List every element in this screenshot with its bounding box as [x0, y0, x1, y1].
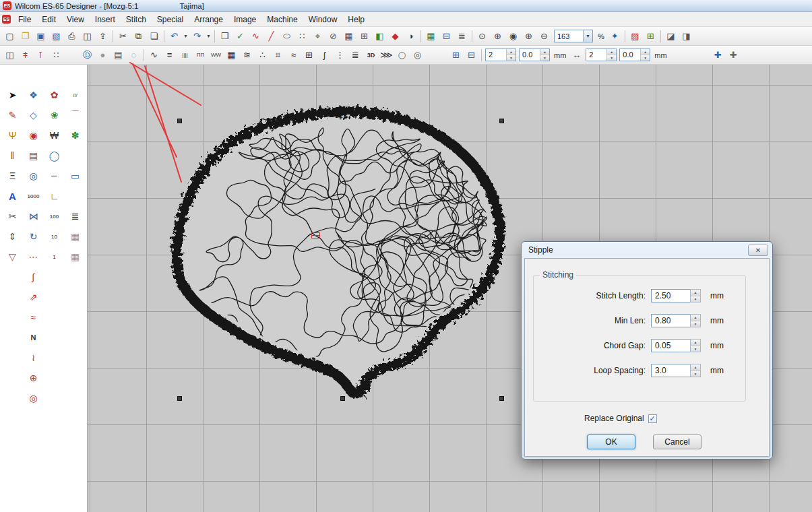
menu-item[interactable]: Image	[228, 13, 261, 26]
n-polyline-icon[interactable]: N	[25, 329, 42, 346]
texture-block2-icon[interactable]: ▦	[67, 249, 84, 265]
parallel-column-icon[interactable]: ‖	[4, 148, 21, 164]
petal-motif-icon[interactable]: ✽	[67, 127, 84, 144]
grid-major-value[interactable]: 2	[486, 49, 506, 61]
open-design-icon[interactable]: ❐	[18, 29, 33, 44]
insert-design-icon[interactable]: ❒	[217, 29, 232, 44]
print-preview-icon[interactable]: ◫	[80, 29, 95, 44]
zigzag-object-icon[interactable]: ∿	[248, 29, 263, 44]
lattice-fill-icon[interactable]: ⊞	[301, 48, 317, 63]
texture-block-icon[interactable]: ▦	[67, 228, 84, 245]
travel-10-icon[interactable]: 10	[46, 228, 63, 245]
zoom-box-icon[interactable]: ⊕	[490, 29, 505, 44]
ok-button[interactable]: OK	[587, 435, 635, 449]
arc-tool-icon[interactable]: ⌒	[67, 107, 84, 124]
zoom-input[interactable]: 163	[555, 32, 583, 40]
cut-icon[interactable]: ✂	[115, 29, 131, 44]
ellipse-tool-icon[interactable]: ◯	[46, 148, 63, 164]
menu-item[interactable]: Arrange	[189, 13, 228, 26]
redo-dropdown-icon[interactable]: ▾	[205, 29, 212, 44]
field-input[interactable]: 0.05	[651, 339, 690, 352]
freehand-draw-icon[interactable]: ✎	[4, 107, 21, 124]
selection-handle[interactable]	[340, 396, 345, 401]
overlap-window-icon[interactable]: ◫	[2, 48, 18, 63]
selection-handle[interactable]	[499, 396, 504, 401]
spin-up-icon[interactable]: ▲	[691, 290, 700, 296]
spin-up-icon[interactable]: ▲	[540, 49, 549, 55]
length-major-spinner[interactable]: 2 ▲▼	[586, 49, 617, 61]
spin-down-icon[interactable]: ▼	[691, 296, 700, 302]
field-input[interactable]: 2.50	[651, 289, 690, 302]
spin-up-icon[interactable]: ▲	[691, 340, 700, 346]
menu-item[interactable]: Stitch	[121, 13, 152, 26]
stamp-icon[interactable]: ▤	[25, 148, 42, 164]
dialog-titlebar[interactable]: Stipple ✕	[524, 242, 770, 258]
tatami-fill-icon[interactable]: ▦	[224, 48, 239, 63]
zoom-tool-icon[interactable]: ⊙	[474, 29, 490, 44]
circle-outline-icon[interactable]: ◯	[394, 48, 410, 63]
spin-up-icon[interactable]: ▲	[691, 315, 700, 321]
design-letter-icon[interactable]: Ⓓ	[80, 48, 95, 63]
zigzag-column-icon[interactable]: ₩	[46, 127, 63, 144]
pin-icon[interactable]: ⊺	[33, 48, 49, 63]
corner-tool-icon[interactable]: ∟	[46, 188, 63, 205]
effects-icon[interactable]: ✦	[607, 29, 623, 44]
embroidery-design-brain[interactable]	[162, 98, 526, 402]
slant-stitch-icon[interactable]: ╱	[263, 29, 279, 44]
needle-point-icon[interactable]: ǂ	[18, 48, 33, 63]
zoom-combo[interactable]: 163 ▾	[554, 30, 593, 42]
polygon-tool-icon[interactable]: ◇	[25, 107, 42, 124]
s-curve-run-icon[interactable]: ∫	[25, 269, 42, 286]
globe-tool-icon[interactable]: ◎	[25, 168, 42, 185]
grid-settings-icon[interactable]: ▦	[423, 29, 439, 44]
travel-100-icon[interactable]: 100	[46, 208, 63, 225]
n-curve-icon[interactable]: ≀	[25, 350, 42, 366]
rectangle-tool-icon[interactable]: ▭	[67, 168, 84, 185]
field-spinner[interactable]: ▲▼	[690, 339, 701, 352]
candlewick-icon[interactable]: ⋮	[332, 48, 348, 63]
contrast-view-icon[interactable]: ◑	[403, 29, 418, 44]
save-design-icon[interactable]: ▣	[33, 29, 49, 44]
panel-icon[interactable]: ◨	[679, 29, 694, 44]
run-tool-icon[interactable]: ┄	[46, 168, 63, 185]
copy-icon[interactable]: ⧉	[131, 29, 146, 44]
contour-fill-icon[interactable]: ≈	[286, 48, 301, 63]
circle-tool-icon[interactable]: ◉	[25, 127, 42, 144]
lettering-icon[interactable]: A	[4, 188, 21, 205]
menu-item[interactable]: Machine	[261, 13, 303, 26]
ellipse-object-icon[interactable]: ⬭	[279, 29, 294, 44]
wave-run-icon[interactable]: ≈	[25, 309, 42, 326]
grid-view-icon[interactable]: ▦	[341, 29, 356, 44]
rings-target-icon[interactable]: ◎	[25, 390, 42, 407]
dockbar-icon[interactable]: ◪	[663, 29, 679, 44]
spin-down-icon[interactable]: ▼	[691, 321, 700, 327]
field-spinner[interactable]: ▲▼	[690, 364, 701, 377]
grid-size-value[interactable]: 0.0	[520, 49, 540, 61]
zoom-in-icon[interactable]: ⊕	[521, 29, 536, 44]
dotted-run-icon[interactable]: ⋯	[25, 249, 42, 265]
stitch-edit-icon[interactable]: ⊘	[325, 29, 341, 44]
menu-item[interactable]: Insert	[90, 13, 121, 26]
stipple-border-icon[interactable]: ◌	[126, 48, 142, 63]
menu-item[interactable]: Window	[303, 13, 343, 26]
zigzag-stitch-icon[interactable]: WW	[208, 48, 224, 63]
threed-effect-icon[interactable]: 3D	[363, 48, 379, 63]
branching-icon[interactable]: Ψ	[4, 127, 21, 144]
run-stitch-icon[interactable]: ∿	[146, 48, 162, 63]
undo-icon[interactable]: ↶	[166, 29, 182, 44]
offset-target-icon[interactable]: ⊕	[25, 370, 42, 387]
scissors-icon[interactable]: ✂	[4, 208, 21, 225]
new-design-icon[interactable]: ▢	[2, 29, 18, 44]
spin-down-icon[interactable]: ▼	[607, 55, 616, 61]
spin-down-icon[interactable]: ▼	[540, 55, 549, 61]
travel-1000-icon[interactable]: 1000	[25, 188, 42, 205]
e-stitch-tool-icon[interactable]: Ξ	[4, 168, 21, 185]
length-size-value[interactable]: 0.0	[620, 49, 640, 61]
feather-edge-icon[interactable]: ⋙	[379, 48, 394, 63]
cone-tool-icon[interactable]: ▽	[4, 249, 21, 265]
menu-item[interactable]: Special	[152, 13, 189, 26]
close-icon[interactable]: ✕	[748, 245, 768, 256]
mirror-merge-icon[interactable]: ⋈	[25, 208, 42, 225]
motif-fill-icon[interactable]: ❀	[46, 107, 63, 124]
length-major-value[interactable]: 2	[586, 49, 606, 61]
